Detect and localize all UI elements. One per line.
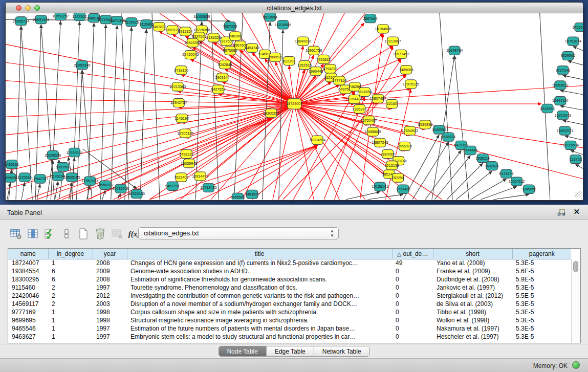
minimize-window-button[interactable] [25,5,31,11]
graph-node[interactable]: 9242848 [217,60,232,69]
table-settings-icon[interactable] [8,227,24,241]
graph-node[interactable]: 8471676 [499,169,513,178]
graph-node[interactable]: 20691406 [33,15,49,24]
column-header-name[interactable]: name [8,249,48,259]
graph-node[interactable]: 8427552 [211,85,225,94]
graph-node[interactable]: 9329966 [561,51,575,60]
graph-node[interactable]: 9097588 [56,163,70,171]
graph-node[interactable]: 3624554 [357,87,372,96]
graph-node[interactable]: 21053346 [74,61,90,70]
graph-node[interactable]: 9227343 [556,66,570,75]
graph-node[interactable]: 1362615 [297,61,312,70]
table-row[interactable]: 1938455462009Genome-wide association stu… [8,267,571,275]
table-scrollbar[interactable] [571,259,580,343]
graph-node[interactable]: 1733426 [396,185,410,193]
graph-node[interactable]: 8912354 [178,27,192,36]
tab-edge-table[interactable]: Edge Table [267,346,314,356]
graph-node[interactable]: 8215953 [540,104,555,113]
column-header-pagerank[interactable]: pagerank [512,249,571,259]
graph-node[interactable]: 7357224 [223,22,237,31]
column-header-out_de[interactable]: △ out_de… [392,249,433,259]
graph-node[interactable]: 62160 [386,99,398,108]
graph-node[interactable]: 24055724 [13,17,29,26]
table-row[interactable]: 911546021997Tourette syndrome. Phenomeno… [8,283,571,292]
column-header-short[interactable]: short [433,249,512,259]
table-row[interactable]: 1830029562008Estimation of significance … [8,275,571,283]
graph-node[interactable]: 7955812 [316,55,331,63]
graph-node[interactable]: 18807249 [372,138,388,147]
column-header-title[interactable]: title [127,249,392,259]
graph-node[interactable]: 7656928 [398,142,412,150]
float-panel-icon[interactable] [557,208,565,216]
graph-node[interactable]: 1115686 [18,173,32,182]
close-panel-icon[interactable]: ✕ [573,207,580,216]
graph-node[interactable]: 5498222 [179,149,193,158]
graph-node[interactable]: 1990448 [309,67,323,76]
graph-node[interactable]: 2903144 [215,73,229,82]
graph-node[interactable]: 2588520 [268,53,282,61]
split-pane-handle[interactable] [290,202,295,204]
graph-node[interactable]: 12444154 [552,96,569,105]
graph-node[interactable]: 252254 [392,173,404,182]
graph-node[interactable]: 17359924 [66,148,82,157]
table-row[interactable]: 1872400712008Changes of HCN gene express… [8,259,571,267]
graph-node[interactable]: 1615132 [385,161,399,170]
table-row[interactable]: 977716911998Corpus callosum shape and si… [8,308,571,316]
graph-node[interactable]: 14569117 [572,23,583,32]
graph-node[interactable]: 9245052 [522,185,536,193]
graph-node[interactable]: 12942757 [170,98,187,107]
graph-node[interactable]: 9115460 [139,20,154,29]
graph-node[interactable]: 16648784 [446,46,463,55]
graph-node[interactable]: 16210643 [555,111,571,120]
select-columns-icon[interactable] [42,227,57,241]
graph-node[interactable]: 116753 [570,155,582,164]
graph-node[interactable]: 18640910 [295,37,311,46]
column-header-in_degree[interactable]: in_degree [48,249,93,259]
graph-node[interactable]: 12213967 [385,37,401,46]
table-row[interactable]: 946362711997Embryonic stem cells: a mode… [8,333,571,341]
table-row[interactable]: 1456911722003Disruption of a novel membe… [8,300,571,308]
graph-node[interactable]: 8186328 [206,33,221,42]
graph-node[interactable]: 18724007 [286,99,302,109]
tab-network-table[interactable]: Network Table [314,346,369,356]
resize-grip[interactable] [575,191,582,199]
graph-node[interactable]: 15692971 [557,126,573,135]
graph-node[interactable]: 10807487 [370,94,386,103]
graph-node[interactable]: 9699695 [6,173,17,182]
graph-node[interactable]: 822203 [283,56,295,65]
graph-node[interactable]: 16039948 [181,159,197,168]
table-row[interactable]: 969969511998Structural magnetic resonanc… [8,316,571,324]
network-window-titlebar[interactable]: citations_edges.txt [6,3,583,13]
graph-node[interactable]: 10653257 [52,13,69,20]
graph-node[interactable]: 7386372 [352,104,366,113]
graph-node[interactable]: 1145194 [175,114,189,123]
graph-node[interactable]: 9463627 [245,190,259,199]
graph-node[interactable]: 8939895 [418,120,432,129]
graph-node[interactable]: 7485063 [399,65,413,74]
graph-node[interactable]: 17016504 [562,141,579,149]
graph-node[interactable]: 7463822 [152,23,166,31]
network-canvas[interactable]: 2405572420691406106532571527602846616010… [6,13,583,200]
graph-node[interactable]: 2718120 [174,66,188,75]
graph-node[interactable]: 746266 [229,32,242,40]
node-table[interactable]: namein_degreeyeartitle△ out_de…shortpage… [8,248,581,343]
memory-status-indicator[interactable] [572,361,580,369]
graph-node[interactable]: 16782759 [113,184,129,193]
graph-node[interactable]: 1485051 [6,160,19,169]
graph-node[interactable]: 12975125 [403,80,419,89]
graph-node[interactable]: 20206576 [45,150,61,159]
graph-node[interactable]: 15751074 [565,37,581,46]
graph-node[interactable]: 9457791 [165,182,180,190]
table-scrollbar-thumb[interactable] [573,261,578,272]
graph-node[interactable]: 7515526 [124,18,139,27]
graph-node[interactable]: 1145194 [51,172,66,181]
graph-node[interactable]: 8454749 [245,43,259,52]
graph-node[interactable]: 7884067 [381,149,395,158]
graph-node[interactable]: 2887682 [363,14,377,23]
graph-node[interactable]: 1527602 [72,13,86,21]
graph-node[interactable]: 10973493 [393,50,409,58]
graph-node[interactable]: 9777169 [332,76,346,85]
graph-node[interactable]: 16961758 [306,46,322,55]
row-height-icon[interactable] [59,227,74,241]
graph-node[interactable]: 12093832 [552,81,569,90]
